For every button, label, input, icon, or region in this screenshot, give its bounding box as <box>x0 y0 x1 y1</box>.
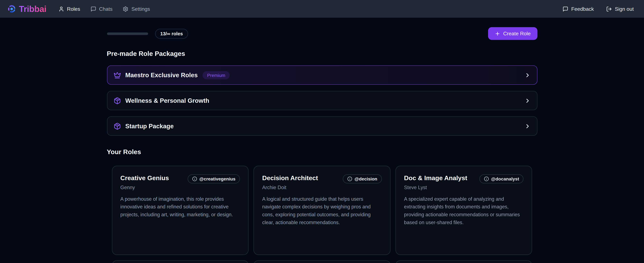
chevron-right-icon <box>524 97 531 104</box>
brand[interactable]: Tribbai <box>8 4 46 14</box>
create-role-label: Create Role <box>503 31 531 36</box>
role-subtitle: Steve Lyst <box>404 185 524 190</box>
nav-item-chats[interactable]: Chats <box>90 6 112 12</box>
message-square-icon <box>90 6 96 12</box>
role-cards-grid: Creative Genius @creativegenius Genny A … <box>112 166 532 255</box>
role-cards-grid-next-row <box>112 260 532 263</box>
main-content: 13/∞ roles Create Role Pre-made Role Pac… <box>0 18 644 263</box>
sign-out-label: Sign out <box>615 6 634 12</box>
info-icon <box>192 176 197 181</box>
role-card-creative-genius[interactable]: Creative Genius @creativegenius Genny A … <box>112 166 248 255</box>
primary-nav: Roles Chats Settings <box>58 6 150 12</box>
nav-item-settings[interactable]: Settings <box>123 6 150 12</box>
role-description: A logical and structured guide that help… <box>262 195 382 227</box>
role-description: A powerhouse of imagination, this role p… <box>120 195 240 219</box>
role-handle-badge[interactable]: @docanalyst <box>480 174 524 183</box>
brand-name: Tribbai <box>19 4 46 14</box>
package-name: Wellness & Personal Growth <box>125 97 209 104</box>
feedback-button[interactable]: Feedback <box>563 6 594 12</box>
package-row-wellness[interactable]: Wellness & Personal Growth <box>107 91 537 110</box>
role-card-partial[interactable] <box>112 260 248 263</box>
package-name: Startup Package <box>125 123 174 130</box>
role-card-decision-architect[interactable]: Decision Architect @decision Archie Doit… <box>254 166 390 255</box>
sign-out-icon <box>606 6 612 12</box>
role-handle-badge[interactable]: @decision <box>343 174 382 183</box>
user-icon <box>58 6 64 12</box>
role-title: Creative Genius <box>120 174 169 182</box>
nav-item-label: Roles <box>67 6 80 12</box>
app: Tribbai Roles Chats Settings <box>0 0 644 263</box>
info-icon <box>484 176 489 181</box>
nav-item-roles[interactable]: Roles <box>58 6 80 12</box>
roles-progress-bar <box>107 32 148 35</box>
top-nav: Tribbai Roles Chats Settings <box>0 0 644 18</box>
role-handle: @decision <box>354 176 377 181</box>
nav-item-label: Settings <box>132 6 150 12</box>
chevron-right-icon <box>524 72 531 78</box>
plus-icon <box>494 31 500 36</box>
roles-count-badge: 13/∞ roles <box>155 28 188 38</box>
chevron-right-icon <box>524 123 531 129</box>
package-icon <box>114 97 121 104</box>
role-handle-badge[interactable]: @creativegenius <box>188 174 240 183</box>
role-card-partial[interactable] <box>396 260 532 263</box>
role-title: Decision Architect <box>262 174 318 182</box>
tribbai-logo-icon <box>8 5 16 13</box>
message-square-icon <box>563 6 568 12</box>
role-title: Doc & Image Analyst <box>404 174 467 182</box>
your-roles-section-title: Your Roles <box>107 148 537 156</box>
nav-right: Feedback Sign out <box>563 6 634 12</box>
package-row-maestro[interactable]: Maestro Exclusive Roles Premium <box>107 65 537 85</box>
role-card-doc-image-analyst[interactable]: Doc & Image Analyst @docanalyst Steve Ly… <box>396 166 532 255</box>
package-name: Maestro Exclusive Roles <box>125 72 198 79</box>
create-role-button[interactable]: Create Role <box>488 27 537 40</box>
feedback-label: Feedback <box>571 6 594 12</box>
role-handle: @creativegenius <box>200 176 236 181</box>
role-handle: @docanalyst <box>491 176 519 181</box>
role-subtitle: Archie Doit <box>262 185 382 190</box>
crown-icon <box>114 71 121 79</box>
gear-icon <box>123 6 128 12</box>
packages-section-title: Pre-made Role Packages <box>107 50 537 58</box>
info-icon <box>348 176 352 181</box>
package-list: Maestro Exclusive Roles Premium Wellness… <box>107 65 537 136</box>
role-card-partial[interactable] <box>254 260 390 263</box>
sign-out-button[interactable]: Sign out <box>606 6 634 12</box>
roles-toolbar: 13/∞ roles Create Role <box>107 27 537 40</box>
role-subtitle: Genny <box>120 185 240 190</box>
premium-badge: Premium <box>202 71 230 79</box>
package-icon <box>114 122 121 130</box>
nav-item-label: Chats <box>99 6 113 12</box>
package-row-startup[interactable]: Startup Package <box>107 116 537 136</box>
role-description: A specialized expert capable of analyzin… <box>404 195 524 227</box>
